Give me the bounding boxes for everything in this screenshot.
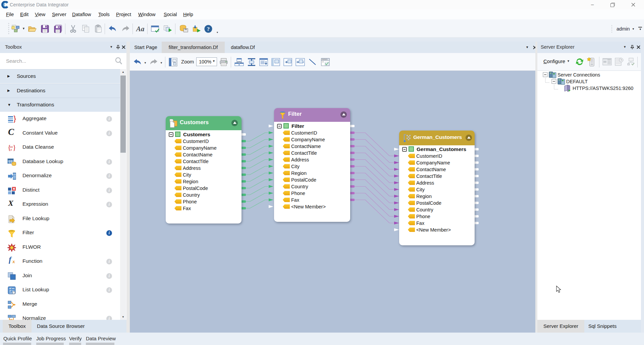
svg-text:010101: 010101 (322, 58, 328, 60)
svg-text:x: x (10, 148, 12, 151)
svg-text:}: } (13, 144, 16, 151)
svg-text:10: 10 (322, 61, 324, 63)
svg-text:?: ? (207, 26, 210, 32)
